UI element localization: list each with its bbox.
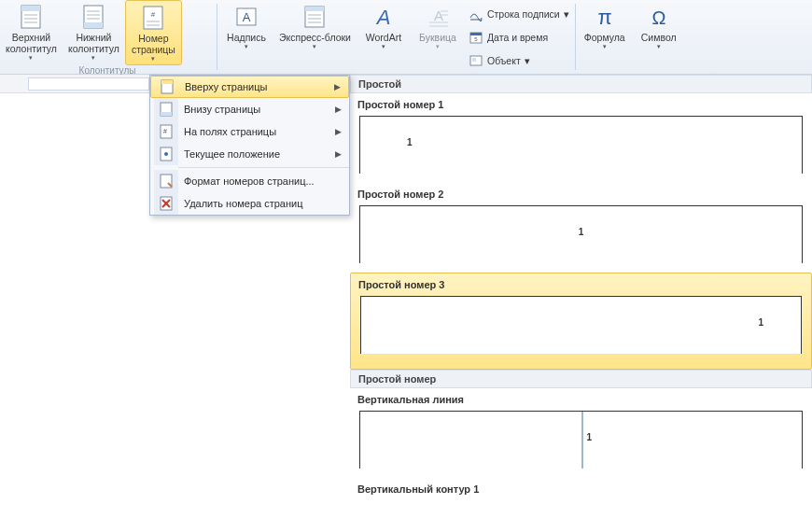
svg-text:π: π	[597, 6, 611, 29]
menu-label: Текущее положение	[184, 148, 335, 160]
footer-label: Нижний колонтитул	[68, 32, 119, 54]
page-number-menu: Вверху страницы ▶ Внизу страницы ▶ # На …	[149, 75, 350, 216]
footer-button[interactable]: Нижний колонтитул ▾	[63, 0, 125, 65]
textbox-label: Надпись	[227, 32, 266, 43]
dropdown-arrow-icon: ▾	[436, 43, 440, 50]
page-number-button[interactable]: # Номер страницы ▾	[125, 0, 182, 65]
dropdown-arrow-icon: ▾	[382, 43, 385, 50]
quickparts-label: Экспресс-блоки	[279, 32, 351, 43]
symbol-label: Символ	[641, 32, 677, 43]
dropdown-arrow-icon: ▾	[91, 54, 95, 62]
dropcap-label: Буквица	[419, 32, 456, 43]
svg-rect-1	[21, 6, 40, 11]
wordart-button[interactable]: A WordArt ▾	[357, 0, 411, 74]
gallery-item-title: Вертикальный контур 1	[350, 478, 812, 497]
header-button[interactable]: Верхний колонтитул ▾	[0, 0, 63, 65]
object-label: Объект	[487, 55, 521, 66]
preview: 1	[359, 411, 803, 469]
page-number-icon: #	[140, 5, 166, 31]
preview-number: 1	[407, 137, 413, 147]
dropcap-button[interactable]: A Буквица ▾	[411, 0, 465, 74]
dropdown-arrow-icon: ▾	[245, 43, 248, 50]
page-margins-icon: #	[154, 120, 178, 143]
menu-current-position[interactable]: Текущее положение ▶	[150, 143, 349, 165]
preview-number: 1	[579, 227, 584, 237]
dropdown-arrow-icon: ▾	[151, 55, 155, 63]
submenu-arrow-icon: ▶	[335, 127, 345, 136]
dropdown-arrow-icon: ▾	[657, 43, 661, 50]
dropdown-arrow-icon: ▾	[313, 43, 316, 50]
equation-label: Формула	[584, 32, 625, 43]
page-top-icon	[155, 76, 179, 98]
gallery-item-title: Простой номер 2	[350, 183, 812, 202]
svg-text:#: #	[151, 10, 156, 19]
submenu-arrow-icon: ▶	[335, 149, 345, 159]
submenu-arrow-icon: ▶	[335, 105, 345, 114]
ruler-active	[28, 77, 149, 91]
gallery-item-simple-2[interactable]: Простой номер 2 1	[350, 183, 812, 263]
quickparts-button[interactable]: Экспресс-блоки ▾	[273, 0, 357, 74]
dropdown-arrow-icon: ▾	[603, 43, 607, 50]
page-number-gallery: Простой Простой номер 1 1 Простой номер …	[350, 75, 812, 497]
symbol-icon: Ω	[646, 4, 672, 30]
menu-label: Внизу страницы	[184, 104, 335, 115]
menu-bottom-of-page[interactable]: Внизу страницы ▶	[150, 98, 349, 120]
dropdown-arrow-icon: ▾	[564, 8, 569, 20]
dropdown-arrow-icon: ▾	[29, 54, 33, 62]
svg-rect-29	[470, 33, 482, 35]
gallery-item-simple-3[interactable]: Простой номер 3 1	[350, 273, 812, 370]
preview: 1	[359, 205, 803, 263]
separator	[575, 4, 576, 70]
menu-label: Вверху страницы	[185, 81, 334, 92]
preview: 1	[360, 296, 802, 354]
wordart-label: WordArt	[366, 32, 401, 43]
gallery-item-title: Простой номер 3	[351, 273, 811, 292]
svg-rect-17	[305, 7, 324, 11]
ribbon: Верхний колонтитул ▾ Нижний колонтитул ▾…	[0, 0, 812, 75]
gallery-section-plain: Простой номер	[350, 370, 812, 388]
gallery-item-title: Вертикальная линия	[350, 388, 812, 407]
svg-rect-32	[472, 58, 476, 62]
svg-rect-36	[161, 80, 173, 84]
preview-number: 1	[587, 432, 593, 442]
gallery-item-vertical-outline-1[interactable]: Вертикальный контур 1	[350, 478, 812, 497]
menu-remove-numbers[interactable]: Удалить номера страниц	[150, 192, 349, 215]
submenu-arrow-icon: ▶	[334, 82, 344, 91]
textbox-button[interactable]: A Надпись ▾	[219, 0, 273, 74]
symbol-button[interactable]: Ω Символ ▾	[632, 0, 686, 74]
svg-rect-6	[84, 22, 103, 28]
menu-top-of-page[interactable]: Вверху страницы ▶	[150, 76, 349, 98]
object-icon	[469, 53, 483, 68]
separator	[217, 4, 217, 70]
datetime-button[interactable]: 5 Дата и время	[469, 30, 569, 45]
menu-label: Формат номеров страниц...	[184, 175, 345, 187]
gallery-item-simple-1[interactable]: Простой номер 1 1	[350, 93, 812, 174]
format-icon	[154, 170, 178, 192]
header-label: Верхний колонтитул	[6, 32, 57, 54]
svg-rect-38	[161, 112, 172, 116]
menu-page-margins[interactable]: # На полях страницы ▶	[150, 120, 349, 143]
svg-text:A: A	[375, 6, 391, 29]
menu-format-numbers[interactable]: Формат номеров страниц...	[150, 170, 349, 192]
gallery-item-vertical-line[interactable]: Вертикальная линия 1	[350, 388, 812, 469]
preview: 1	[359, 116, 803, 174]
header-icon	[18, 4, 44, 30]
remove-icon	[154, 192, 178, 215]
signature-label: Строка подписи	[487, 8, 560, 20]
object-button[interactable]: Объект ▾	[469, 53, 569, 68]
menu-separator	[178, 167, 349, 168]
svg-text:#: #	[163, 128, 167, 134]
equation-button[interactable]: π Формула ▾	[578, 0, 632, 74]
textbox-icon: A	[233, 4, 259, 30]
datetime-icon: 5	[469, 30, 483, 45]
gallery-section-simple: Простой	[350, 75, 812, 93]
equation-icon: π	[592, 4, 618, 30]
svg-text:A: A	[243, 10, 251, 24]
preview-number: 1	[758, 317, 763, 328]
wordart-icon: A	[371, 4, 397, 30]
svg-point-42	[164, 152, 168, 156]
signature-line-button[interactable]: Строка подписи ▾	[469, 7, 569, 21]
small-stack: Строка подписи ▾ 5 Дата и время Объект ▾	[465, 0, 573, 74]
gallery-item-title: Простой номер 1	[350, 93, 812, 112]
menu-label: Удалить номера страниц	[184, 198, 345, 209]
